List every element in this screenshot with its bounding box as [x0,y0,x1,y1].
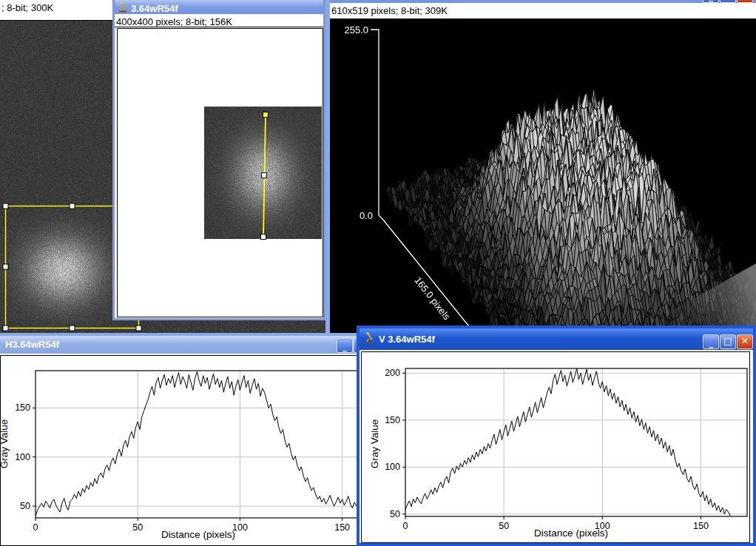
window-profile-h: H3.64wR54f _ □ ✕ 05010015050100150Gray V… [0,333,385,546]
imagej-microscope-icon [118,1,128,14]
window-title: 3.64wR54f [131,3,178,14]
title-bar[interactable]: H3.64wR54f _ □ ✕ [0,336,382,354]
plot-canvas-frame [0,355,381,546]
status-text: 610x519 pixels; 8-bit; 309K [331,5,448,16]
minimize-button[interactable]: _ [337,338,353,353]
window-title: V 3.64wR54f [379,334,435,345]
window-title: H3.64wR54f [5,339,59,350]
image-canvas-main[interactable] [204,107,322,239]
minimize-button[interactable]: _ [703,334,719,349]
status-text: 400x400 pixels; 8-bit; 156K [116,16,232,27]
imagej-microscope-icon [365,332,374,346]
maximize-button[interactable]: □ [720,334,736,349]
window-profile-v: V 3.64wR54f _ □ ✕ 05010015050100150200Gr… [357,326,756,546]
status-bar: 400x400 pixels; 8-bit; 156K [115,14,323,27]
surface-plot-canvas[interactable] [330,19,756,337]
status-text: ; 8-bit; 300K [1,2,53,13]
imagej-desktop: ; 8-bit; 300K _ □ ✕ 610x519 pixels; 8- [0,0,756,546]
status-bar: 610x519 pixels; 8-bit; 309K [330,3,756,19]
plot-canvas-frame [361,351,750,543]
window-surface-plot: _ □ ✕ 610x519 pixels; 8-bit; 309K 255.0 … [325,0,756,337]
title-bar[interactable]: 3.64wR54f [115,0,323,14]
close-button[interactable]: ✕ [737,334,753,349]
window-image-main: 3.64wR54f 400x400 pixels; 8-bit; 156K [112,0,325,320]
title-bar[interactable]: V 3.64wR54f _ □ ✕ [360,328,753,350]
